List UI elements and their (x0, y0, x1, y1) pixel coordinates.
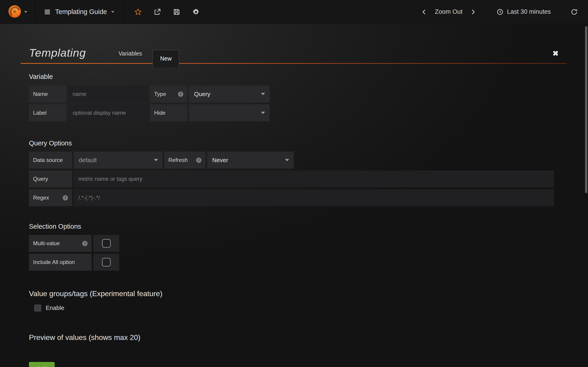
multi-value-label-text: Multi-value (33, 240, 60, 247)
refresh-select-value: Never (212, 157, 228, 164)
include-all-row: Include All option (29, 254, 554, 271)
multi-value-row: Multi-value i (29, 235, 554, 252)
type-label: Type i (150, 85, 187, 102)
top-navbar: Templating Guide (0, 0, 588, 24)
grafana-app: Templating Guide (0, 0, 588, 367)
templating-header: Templating Variables New ✖ (21, 46, 567, 64)
dashboard-icon (44, 8, 51, 16)
regex-input[interactable] (74, 189, 554, 206)
dashboard-caret-icon (111, 11, 114, 13)
value-groups-heading: Value groups/tags (Experimental feature) (29, 290, 554, 298)
refresh-info-icon[interactable]: i (196, 158, 201, 163)
enable-checkbox[interactable] (34, 305, 41, 311)
dashboard-title: Templating Guide (55, 8, 107, 16)
type-select-value: Query (194, 91, 210, 98)
variable-section-heading: Variable (29, 73, 554, 81)
time-range-picker[interactable]: Last 30 minutes (496, 8, 551, 16)
multi-value-info-icon[interactable]: i (82, 241, 87, 246)
type-label-text: Type (154, 91, 166, 97)
label-input[interactable] (68, 104, 148, 121)
regex-info-icon[interactable]: i (63, 195, 68, 200)
name-input[interactable] (68, 85, 148, 102)
refresh-label-text: Refresh (168, 157, 188, 163)
type-info-icon[interactable]: i (178, 92, 183, 97)
add-button[interactable]: Add (29, 362, 55, 367)
time-forward-chevron-icon[interactable] (469, 8, 477, 16)
dashboard-actions (123, 0, 199, 24)
datasource-select[interactable]: default (74, 152, 163, 169)
grafana-logo-icon (8, 4, 22, 19)
close-icon[interactable]: ✖ (552, 49, 559, 58)
time-back-chevron-icon[interactable] (421, 8, 428, 16)
multi-value-checkbox-cell[interactable] (93, 235, 119, 252)
multi-value-checkbox[interactable] (102, 239, 111, 248)
regex-row: Regex i (29, 189, 554, 206)
include-all-label: Include All option (29, 254, 92, 271)
datasource-label: Data source (29, 152, 72, 169)
multi-value-label: Multi-value i (29, 235, 92, 252)
clock-icon (496, 8, 504, 16)
tab-new[interactable]: New (153, 50, 179, 67)
variable-label-row: Label Hide (29, 104, 554, 121)
enable-row: Enable (29, 304, 554, 311)
logo-caret-icon (24, 11, 27, 13)
preview-heading: Preview of values (shows max 20) (29, 333, 554, 342)
settings-gear-icon[interactable] (192, 8, 199, 16)
zoom-out-button[interactable]: Zoom Out (435, 8, 462, 15)
name-label: Name (29, 85, 66, 102)
time-range-label: Last 30 minutes (507, 8, 551, 15)
refresh-label: Refresh i (164, 152, 206, 169)
dashboard-picker[interactable]: Templating Guide (35, 0, 123, 24)
type-select-caret-icon (261, 93, 265, 95)
selection-options-heading: Selection Options (29, 223, 554, 230)
save-icon[interactable] (173, 8, 180, 16)
hide-label: Hide (150, 104, 187, 121)
hide-select-caret-icon (261, 112, 265, 114)
enable-label: Enable (46, 304, 64, 311)
include-all-checkbox[interactable] (102, 258, 111, 267)
type-select[interactable]: Query (189, 85, 270, 102)
hide-select[interactable] (189, 104, 270, 121)
query-options-heading: Query Options (29, 140, 554, 147)
star-icon[interactable] (134, 8, 142, 16)
time-controls: Zoom Out Last 30 minutes (421, 0, 588, 24)
grafana-logo-menu[interactable] (0, 0, 35, 24)
refresh-select-caret-icon (285, 159, 289, 161)
datasource-row: Data source default Refresh i Never (29, 152, 554, 169)
datasource-select-caret-icon (154, 159, 158, 161)
include-all-checkbox-cell[interactable] (93, 254, 119, 271)
regex-label: Regex i (29, 189, 72, 206)
query-label: Query (29, 170, 72, 187)
regex-label-text: Regex (33, 194, 49, 201)
variable-name-row: Name Type i Query (29, 85, 554, 102)
tab-variables[interactable]: Variables (112, 50, 149, 64)
page-title: Templating (21, 46, 86, 59)
scrollbar-thumb[interactable] (585, 26, 587, 193)
query-input[interactable] (74, 170, 554, 187)
label-label: Label (29, 104, 66, 121)
query-row: Query (29, 170, 554, 187)
refresh-select[interactable]: Never (207, 152, 294, 169)
tab-bar: Variables New (112, 50, 179, 64)
variable-editor-form: Variable Name Type i Query Label Hide Qu… (29, 73, 554, 367)
share-icon[interactable] (154, 8, 161, 16)
datasource-select-value: default (79, 157, 97, 164)
refresh-icon[interactable] (571, 8, 578, 16)
